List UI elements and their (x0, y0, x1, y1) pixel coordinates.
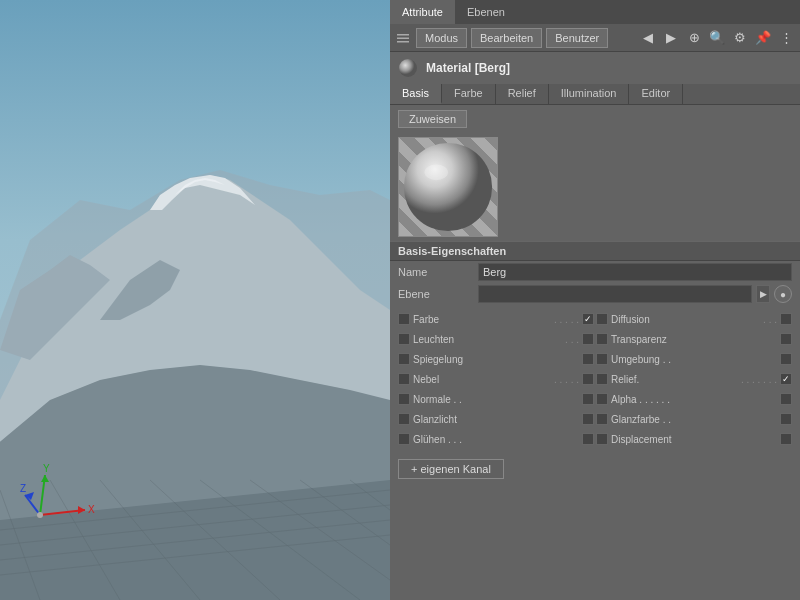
svg-marker-14 (78, 506, 85, 514)
channel-farbe: Farbe . . . . . (398, 309, 594, 329)
channel-leuchten-checkbox[interactable] (398, 333, 410, 345)
svg-marker-20 (25, 492, 34, 500)
target-icon[interactable]: ⊕ (684, 28, 704, 48)
channel-diffusion-enabled[interactable] (780, 313, 792, 325)
channels-grid: Farbe . . . . . Leuchten . . . Spiegelun… (390, 305, 800, 453)
channel-nebel-dots: . . . . . (554, 374, 579, 385)
channel-glanzfarbe-enabled[interactable] (780, 413, 792, 425)
right-panel: Attribute Ebenen Modus Bearbeiten Benutz… (390, 0, 800, 600)
channel-alpha-checkbox[interactable] (596, 393, 608, 405)
settings-icon[interactable]: ⚙ (730, 28, 750, 48)
svg-text:X: X (88, 504, 95, 515)
svg-marker-17 (41, 475, 49, 482)
channel-normale-enabled[interactable] (582, 393, 594, 405)
modus-button[interactable]: Modus (416, 28, 467, 48)
zuweisen-button[interactable]: Zuweisen (398, 110, 467, 128)
ebene-input[interactable] (478, 285, 752, 303)
pin-icon[interactable]: 📌 (753, 28, 773, 48)
bearbeiten-button[interactable]: Bearbeiten (471, 28, 542, 48)
channel-relief-checkbox[interactable] (596, 373, 608, 385)
search-icon[interactable]: 🔍 (707, 28, 727, 48)
name-input[interactable] (478, 263, 792, 281)
channel-farbe-checkbox[interactable] (398, 313, 410, 325)
name-row: Name (390, 261, 800, 283)
channel-relief-enabled[interactable] (780, 373, 792, 385)
material-sphere-icon (398, 58, 418, 78)
axis-indicator: X Y Z (20, 460, 100, 540)
channel-diffusion: Diffusion . . . (596, 309, 792, 329)
tab-illumination[interactable]: Illumination (549, 84, 630, 104)
svg-text:Z: Z (20, 483, 26, 494)
add-channel-row: + eigenen Kanal (390, 453, 800, 485)
tab-editor[interactable]: Editor (629, 84, 683, 104)
benutzer-button[interactable]: Benutzer (546, 28, 608, 48)
tab-basis[interactable]: Basis (390, 84, 442, 104)
more-icon[interactable]: ⋮ (776, 28, 796, 48)
channel-nebel: Nebel . . . . . (398, 369, 594, 389)
channel-transparenz-enabled[interactable] (780, 333, 792, 345)
channel-gluehen-checkbox[interactable] (398, 433, 410, 445)
channel-alpha: Alpha . . . . . . (596, 389, 792, 409)
3d-viewport[interactable]: X Y Z (0, 0, 390, 600)
svg-text:Y: Y (43, 463, 50, 474)
channel-glanzlicht-name: Glanzlicht (413, 414, 579, 425)
channel-alpha-name: Alpha . . . . . . (611, 394, 777, 405)
channel-farbe-dots: . . . . . (554, 314, 579, 325)
channel-leuchten-enabled[interactable] (582, 333, 594, 345)
add-channel-button[interactable]: + eigenen Kanal (398, 459, 504, 479)
channel-spiegelung-enabled[interactable] (582, 353, 594, 365)
channel-leuchten-dots: . . . (565, 334, 579, 345)
tab-attribute[interactable]: Attribute (390, 0, 455, 24)
channel-umgebung-checkbox[interactable] (596, 353, 608, 365)
svg-point-22 (37, 512, 43, 518)
channel-displacement-name: Displacement (611, 434, 777, 445)
channel-displacement-checkbox[interactable] (596, 433, 608, 445)
toolbar: Modus Bearbeiten Benutzer ◀ ▶ ⊕ 🔍 ⚙ 📌 ⋮ (390, 24, 800, 52)
ebene-label: Ebene (398, 288, 478, 300)
channel-relief-name: Relief. (611, 374, 738, 385)
channel-leuchten: Leuchten . . . (398, 329, 594, 349)
material-title: Material [Berg] (426, 61, 510, 75)
channel-alpha-enabled[interactable] (780, 393, 792, 405)
channel-normale: Normale . . (398, 389, 594, 409)
svg-line-19 (25, 495, 40, 515)
channel-normale-checkbox[interactable] (398, 393, 410, 405)
channel-spiegelung: Spiegelung (398, 349, 594, 369)
channel-nebel-checkbox[interactable] (398, 373, 410, 385)
ebene-circle-btn[interactable]: ● (774, 285, 792, 303)
channel-diffusion-dots: . . . (763, 314, 777, 325)
ebene-row: Ebene ▶ ● (390, 283, 800, 305)
channel-glanzfarbe-checkbox[interactable] (596, 413, 608, 425)
channel-diffusion-checkbox[interactable] (596, 313, 608, 325)
tab-relief[interactable]: Relief (496, 84, 549, 104)
channel-gluehen-name: Glühen . . . (413, 434, 579, 445)
menu-icon[interactable] (394, 29, 412, 47)
arrow-right-icon[interactable]: ▶ (661, 28, 681, 48)
channel-relief-dots: . . . . . . . (741, 374, 777, 385)
channel-nebel-name: Nebel (413, 374, 551, 385)
channel-glanzlicht-checkbox[interactable] (398, 413, 410, 425)
tab-ebenen[interactable]: Ebenen (455, 0, 517, 24)
channel-spiegelung-name: Spiegelung (413, 354, 579, 365)
channel-nebel-enabled[interactable] (582, 373, 594, 385)
ebene-arrow-btn[interactable]: ▶ (756, 285, 770, 303)
svg-rect-23 (397, 34, 409, 36)
material-header: Material [Berg] (390, 52, 800, 84)
channel-glanzfarbe-name: Glanzfarbe . . (611, 414, 777, 425)
channel-gluehen-enabled[interactable] (582, 433, 594, 445)
section-header: Basis-Eigenschaften (390, 241, 800, 261)
ebene-input-row: ▶ ● (478, 285, 792, 303)
arrow-left-icon[interactable]: ◀ (638, 28, 658, 48)
channel-displacement: Displacement (596, 429, 792, 449)
channel-transparenz-checkbox[interactable] (596, 333, 608, 345)
channel-farbe-enabled[interactable] (582, 313, 594, 325)
svg-rect-25 (397, 41, 409, 43)
preview-sphere-container (398, 137, 498, 237)
tab-farbe[interactable]: Farbe (442, 84, 496, 104)
channel-displacement-enabled[interactable] (780, 433, 792, 445)
channel-glanzlicht-enabled[interactable] (582, 413, 594, 425)
svg-point-26 (399, 59, 417, 77)
channel-spiegelung-checkbox[interactable] (398, 353, 410, 365)
preview-area (390, 133, 800, 241)
channel-umgebung-enabled[interactable] (780, 353, 792, 365)
